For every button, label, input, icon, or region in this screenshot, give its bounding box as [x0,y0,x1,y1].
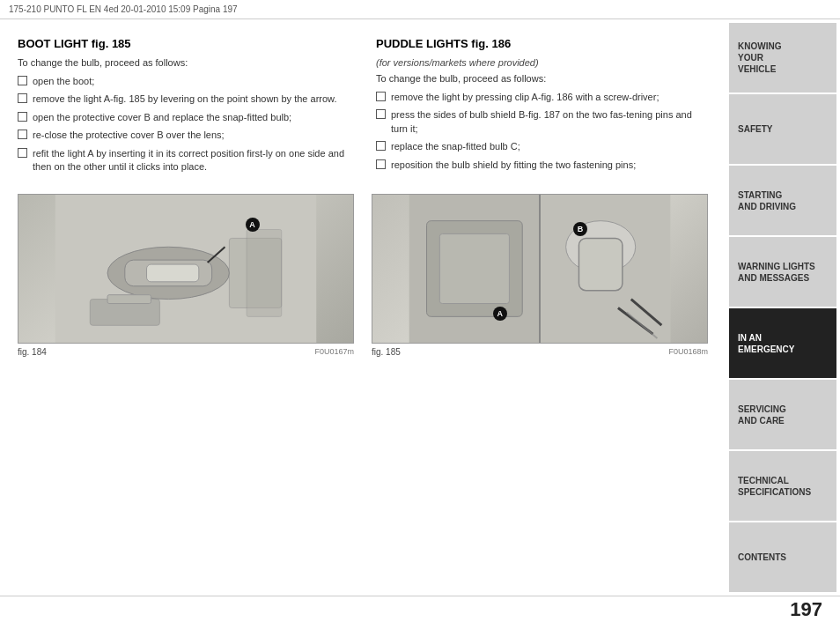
list-item: refit the light A by inserting it in its… [18,147,350,174]
list-item: remove the light by pressing clip A-fig.… [376,91,708,104]
figure-184-image: A [18,194,354,344]
list-item-text: remove the light A-fig. 185 by levering … [33,93,336,106]
fig-185-text: fig. 185 [372,347,401,357]
checkbox-icon-2 [18,93,27,103]
list-item: open the protective cover B and replace … [18,111,350,124]
checkbox-icon-4 [18,130,27,139]
header-bar: 175-210 PUNTO FL EN 4ed 20-01-2010 15:09… [0,0,840,19]
left-column: BOOT LIGHT fig. 185 To change the bulb, … [18,37,350,178]
svg-rect-6 [247,230,282,317]
right-section-subtitle: (for versions/markets where provided) [376,57,708,68]
right-checklist: remove the light by pressing clip A-fig.… [376,91,708,172]
marker-b-fig185: B [573,222,587,236]
fig-184-text: fig. 184 [18,347,47,357]
list-item: re-close the protective cover B over the… [18,129,350,142]
list-item-text: re-close the protective cover B over the… [33,129,225,142]
list-item: open the boot; [18,75,350,88]
checkbox-icon-5 [18,148,27,158]
images-row: A fig. 184 F0U0167m [18,194,708,357]
sidebar-item-knowing-your-vehicle[interactable]: KNOWING YOUR VEHICLE [729,23,836,93]
svg-rect-14 [439,234,509,304]
sidebar-item-safety[interactable]: SAFETY [729,94,836,164]
right-section-intro: To change the bulb, proceed as follows: [376,73,708,84]
svg-rect-16 [578,239,622,291]
sidebar-item-starting-and-driving[interactable]: STARTING AND DRIVING [729,166,836,235]
left-section-intro: To change the bulb, proceed as follows: [18,57,350,68]
list-item: remove the light A-fig. 185 by levering … [18,93,350,106]
text-columns: BOOT LIGHT fig. 185 To change the bulb, … [18,37,708,178]
fig-184-code: F0U0167m [314,347,354,357]
page-number: 197 [790,598,822,621]
figure-185-image: B A [372,194,708,344]
svg-rect-8 [107,295,151,304]
checkbox-icon-r3 [376,141,386,151]
list-item-text: remove the light by pressing clip A-fig.… [391,91,659,104]
left-checklist: open the boot; remove the light A-fig. 1… [18,75,350,174]
figure-185-container: B A fig. 185 F0U0168m [372,194,708,357]
checkbox-icon-r1 [376,92,386,101]
list-item-text: open the boot; [33,75,94,88]
marker-a-fig184: A [246,218,260,232]
list-item: reposition the bulb shield by fitting th… [376,159,708,172]
footer: 197 [0,596,840,622]
right-column: PUDDLE LIGHTS fig. 186 (for versions/mar… [376,37,708,178]
main-content: BOOT LIGHT fig. 185 To change the bulb, … [0,19,726,596]
checkbox-icon-3 [18,112,27,122]
fig-184-label: fig. 184 F0U0167m [18,347,354,357]
sidebar-item-contents[interactable]: CONTENTS [729,522,836,592]
list-item: replace the snap-fitted bulb C; [376,140,708,153]
list-item-text: press the sides of bulb shield B-fig. 18… [391,108,708,136]
sidebar-item-in-an-emergency[interactable]: IN AN EMERGENCY [729,308,836,378]
left-section-title: BOOT LIGHT fig. 185 [18,37,350,50]
right-section-title: PUDDLE LIGHTS fig. 186 [376,37,708,50]
list-item-text: replace the snap-fitted bulb C; [391,140,520,153]
list-item: press the sides of bulb shield B-fig. 18… [376,108,708,136]
svg-rect-3 [147,264,199,282]
header-text: 175-210 PUNTO FL EN 4ed 20-01-2010 15:09… [9,4,238,14]
sidebar: KNOWING YOUR VEHICLE SAFETY STARTING AND… [726,19,840,596]
fig-185-label: fig. 185 F0U0168m [372,347,708,357]
list-item-text: reposition the bulb shield by fitting th… [391,159,636,172]
fig-185-code: F0U0168m [668,347,708,357]
figure-184-container: A fig. 184 F0U0167m [18,194,354,357]
checkbox-icon-r4 [376,159,386,169]
checkbox-icon-1 [18,76,27,85]
sidebar-item-technical-specifications[interactable]: TECHNICAL SPECIFICATIONS [729,451,836,521]
checkbox-icon-r2 [376,109,386,119]
list-item-text: open the protective cover B and replace … [33,111,291,124]
sidebar-item-warning-lights[interactable]: WARNING LIGHTS AND MESSAGES [729,237,836,307]
marker-a-fig185: A [493,307,507,321]
list-item-text: refit the light A by inserting it in its… [33,147,350,174]
sidebar-item-servicing-and-care[interactable]: SERVICING AND CARE [729,380,836,449]
